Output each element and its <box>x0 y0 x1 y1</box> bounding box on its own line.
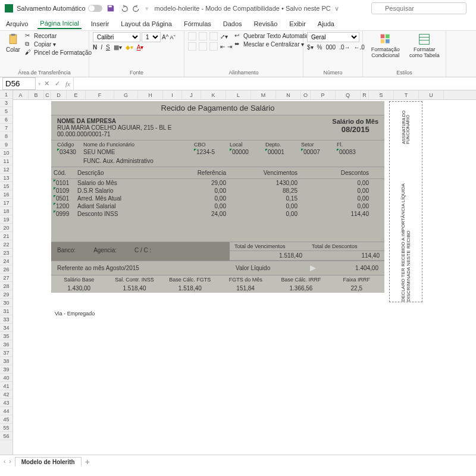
svg-rect-5 <box>381 35 385 39</box>
border-button[interactable]: ▦▾ <box>114 44 122 51</box>
company-name: NOME DA EMPRESA <box>57 118 171 124</box>
emp-function: FUNC. Aux. Administrativo <box>83 158 154 164</box>
signature-block: DECLARO TER RECEBIDO A IMPORTÂNCIA LÍQUI… <box>389 101 422 302</box>
redo-icon[interactable] <box>132 4 142 13</box>
title-bar: Salvamento Automático ▾ modelo-holerite … <box>0 0 476 17</box>
wrap-icon: ↩ <box>234 32 242 39</box>
spreadsheet: 1356789101112131516171819202122232426272… <box>0 90 476 455</box>
indent-inc-icon[interactable]: ⇥ <box>227 43 232 50</box>
menu-exibir[interactable]: Exibir <box>287 19 308 29</box>
menu-dados[interactable]: Dados <box>221 19 245 29</box>
tab-nav-prev[interactable]: ‹ <box>4 458 5 465</box>
month-label: Salário do Mês <box>332 118 378 125</box>
row-headers[interactable]: 1356789101112131516171819202122232426272… <box>0 90 13 455</box>
menu-revisao[interactable]: Revisão <box>252 19 280 29</box>
cc-label: C / C : <box>134 247 151 256</box>
increase-font-icon[interactable]: A^ <box>162 34 168 40</box>
accept-formula-icon[interactable]: ✓ <box>52 80 62 87</box>
undo-icon[interactable] <box>119 4 129 13</box>
menu-ajuda[interactable]: Ajuda <box>315 19 337 29</box>
emp-fl: 00083 <box>339 149 356 155</box>
company-cnpj: 00.000.000/0001-71 <box>57 131 171 137</box>
menu-arquivo[interactable]: Arquivo <box>4 19 30 29</box>
align-top-icon[interactable] <box>188 32 196 40</box>
hdr-nome-func: Nome do Funcionário <box>83 142 194 148</box>
referente: Referente ao mês Agosto/2015 <box>51 261 230 275</box>
autosave-toggle[interactable]: Salvamento Automático <box>17 5 102 12</box>
emp-name: SEU NOME <box>83 149 194 155</box>
increase-decimal-icon[interactable]: .0→ <box>339 44 350 51</box>
copy-button[interactable]: ⧉Copiar ▾ <box>25 40 92 48</box>
number-format-select[interactable]: Geral <box>307 32 359 42</box>
payslip-title: Recido de Pagamento de Salário <box>51 101 384 115</box>
sheet-tab-active[interactable]: Modelo de Holerith <box>15 457 82 466</box>
svg-rect-7 <box>381 39 385 43</box>
format-table-label: Formatar como Tabela <box>409 46 440 58</box>
align-middle-icon[interactable] <box>199 32 207 40</box>
bank-info: Banco: Agencia: C / C : <box>51 242 230 261</box>
add-sheet-button[interactable]: + <box>85 457 90 466</box>
base-headers: Salário BaseSal. Contr. INSSBase Cálc. F… <box>51 275 384 284</box>
menu-formulas[interactable]: Fórmulas <box>181 19 214 29</box>
thousands-icon[interactable]: 000 <box>325 44 336 51</box>
ribbon-group-font: Fonte <box>93 68 180 76</box>
align-left-icon[interactable] <box>188 42 196 51</box>
tot-desc-value: 114,40 <box>307 251 384 260</box>
font-name-select[interactable]: Calibri <box>93 32 140 42</box>
conditional-format-button[interactable]: Formatação Condicional <box>367 32 405 60</box>
cancel-formula-icon[interactable]: ✕ <box>41 80 52 87</box>
search-box[interactable] <box>371 2 466 14</box>
currency-icon[interactable]: $▾ <box>307 44 314 51</box>
tot-venc-label: Total de Vencimentos <box>230 242 307 250</box>
table-row: 0109D.S.R Salario0,0088,250,00 <box>51 187 384 195</box>
align-bottom-icon[interactable] <box>209 32 218 40</box>
emp-cbo: 1234-5 <box>196 149 215 155</box>
fill-color-button[interactable]: ◆▾ <box>126 44 133 51</box>
svg-rect-6 <box>386 35 390 39</box>
hdr-fl: Fl. <box>337 142 367 148</box>
merge-icon: ⬌ <box>234 40 242 48</box>
format-table-button[interactable]: Formatar como Tabela <box>407 32 442 60</box>
grid-body[interactable]: Recido de Pagamento de Salário NOME DA E… <box>13 100 476 455</box>
column-headers[interactable]: ABCDEFGHIJKLMNOPQRSTU <box>13 90 476 100</box>
hdr-setor: Setor <box>301 142 337 148</box>
underline-button[interactable]: S <box>106 44 110 51</box>
align-center-icon[interactable] <box>199 42 207 51</box>
fx-icon[interactable]: fx <box>62 80 73 87</box>
table-row: 0101Salario do Mês29,001430,000,00 <box>51 179 384 187</box>
italic-button[interactable]: I <box>101 44 102 51</box>
cut-button[interactable]: ✂Recortar <box>25 32 92 39</box>
table-row: 0501Arred. Mês Atual0,000,150,00 <box>51 195 384 202</box>
font-size-select[interactable]: 11 <box>142 32 161 42</box>
align-right-icon[interactable] <box>209 42 218 51</box>
declaro-text: DECLARO TER RECEBIDO A IMPORTÂNCIA LÍQUI… <box>400 176 411 302</box>
emp-code: 03430 <box>60 149 76 155</box>
svg-rect-3 <box>10 35 17 44</box>
tab-nav-next[interactable]: › <box>9 458 11 465</box>
bold-button[interactable]: N <box>93 44 97 51</box>
switch-icon[interactable] <box>88 5 102 12</box>
cond-format-label: Formatação Condicional <box>369 46 402 58</box>
percent-icon[interactable]: % <box>317 44 322 51</box>
font-color-button[interactable]: A▾ <box>137 44 144 51</box>
document-name[interactable]: modelo-holerite - Modo de Compatibilidad… <box>155 5 331 12</box>
tot-venc-value: 1.518,40 <box>230 251 307 260</box>
format-painter-button[interactable]: 🖌Pincel de Formatação <box>25 49 92 56</box>
hdr-codigo: Código <box>57 142 83 148</box>
menu-layout[interactable]: Layout da Página <box>118 19 174 29</box>
excel-logo-icon <box>5 4 13 12</box>
paste-button[interactable]: Colar <box>4 32 23 54</box>
table-row: 1200Adiant Salarial0,000,000,00 <box>51 202 384 210</box>
menu-pagina-inicial[interactable]: Página Inicial <box>37 18 81 29</box>
svg-rect-9 <box>419 35 430 45</box>
banco-label: Banco: <box>57 247 76 256</box>
formula-input[interactable] <box>73 77 476 90</box>
search-input[interactable] <box>371 2 466 14</box>
emp-local: 00000 <box>232 149 249 155</box>
save-icon[interactable] <box>106 4 115 13</box>
indent-dec-icon[interactable]: ⇤ <box>220 43 225 50</box>
decrease-font-icon[interactable]: A˅ <box>170 35 176 40</box>
menu-inserir[interactable]: Inserir <box>89 19 112 29</box>
name-box[interactable] <box>2 77 36 90</box>
orientation-icon[interactable]: ⤢▾ <box>220 33 228 40</box>
